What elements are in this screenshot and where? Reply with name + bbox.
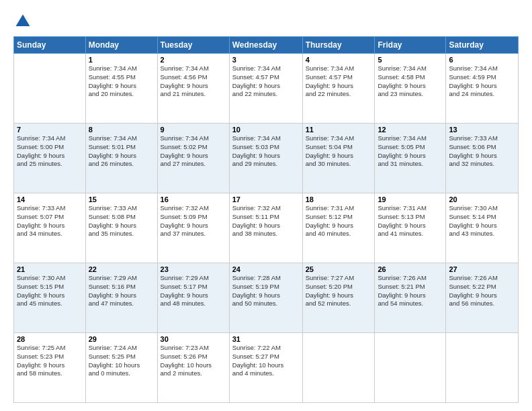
calendar-cell: 22Sunrise: 7:29 AM Sunset: 5:16 PM Dayli… [85,263,157,333]
day-info: Sunrise: 7:23 AM Sunset: 5:26 PM Dayligh… [161,344,226,378]
calendar-week-3: 14Sunrise: 7:33 AM Sunset: 5:07 PM Dayli… [14,193,519,263]
day-number: 24 [232,265,300,273]
calendar-cell [302,333,375,403]
day-info: Sunrise: 7:27 AM Sunset: 5:20 PM Dayligh… [306,274,372,308]
day-number: 17 [232,195,300,203]
day-number: 13 [449,126,515,134]
day-number: 25 [306,265,372,273]
day-number: 22 [89,265,154,273]
header-day-thursday: Thursday [302,37,375,54]
calendar-table: SundayMondayTuesdayWednesdayThursdayFrid… [13,36,519,403]
day-number: 26 [378,265,443,273]
day-info: Sunrise: 7:25 AM Sunset: 5:23 PM Dayligh… [17,344,83,378]
header-day-sunday: Sunday [14,37,86,54]
calendar-cell: 16Sunrise: 7:32 AM Sunset: 5:09 PM Dayli… [157,193,229,263]
calendar-cell [446,333,519,403]
day-number: 20 [449,195,515,203]
day-number: 18 [306,195,372,203]
day-number: 29 [89,335,154,343]
calendar-header: SundayMondayTuesdayWednesdayThursdayFrid… [14,37,519,54]
calendar-week-4: 21Sunrise: 7:30 AM Sunset: 5:15 PM Dayli… [14,263,519,333]
calendar-cell: 15Sunrise: 7:33 AM Sunset: 5:08 PM Dayli… [85,193,157,263]
day-info: Sunrise: 7:34 AM Sunset: 4:58 PM Dayligh… [378,64,443,99]
day-number: 5 [378,56,443,64]
header-day-tuesday: Tuesday [157,37,229,54]
day-info: Sunrise: 7:34 AM Sunset: 5:04 PM Dayligh… [306,134,372,169]
calendar-cell: 23Sunrise: 7:29 AM Sunset: 5:17 PM Dayli… [157,263,229,333]
calendar-cell [14,54,86,124]
calendar-week-1: 1Sunrise: 7:34 AM Sunset: 4:55 PM Daylig… [14,54,519,124]
calendar-cell: 1Sunrise: 7:34 AM Sunset: 4:55 PM Daylig… [85,54,157,124]
day-info: Sunrise: 7:33 AM Sunset: 5:07 PM Dayligh… [17,204,83,238]
calendar-cell [375,333,446,403]
calendar-cell: 10Sunrise: 7:34 AM Sunset: 5:03 PM Dayli… [229,124,302,193]
day-info: Sunrise: 7:24 AM Sunset: 5:25 PM Dayligh… [89,344,154,378]
svg-marker-0 [16,15,30,27]
day-number: 27 [449,265,515,273]
day-number: 31 [232,335,300,343]
calendar-cell: 28Sunrise: 7:25 AM Sunset: 5:23 PM Dayli… [14,333,86,403]
calendar-cell: 8Sunrise: 7:34 AM Sunset: 5:01 PM Daylig… [85,124,157,193]
day-info: Sunrise: 7:26 AM Sunset: 5:22 PM Dayligh… [449,274,515,308]
day-number: 11 [306,126,372,134]
day-number: 4 [306,56,372,64]
header-row: SundayMondayTuesdayWednesdayThursdayFrid… [14,37,519,54]
calendar-cell: 12Sunrise: 7:34 AM Sunset: 5:05 PM Dayli… [375,124,446,193]
logo-icon [13,12,32,31]
calendar-cell: 9Sunrise: 7:34 AM Sunset: 5:02 PM Daylig… [157,124,229,193]
calendar-week-2: 7Sunrise: 7:34 AM Sunset: 5:00 PM Daylig… [14,124,519,193]
day-number: 2 [161,56,226,64]
day-number: 1 [89,56,154,64]
day-info: Sunrise: 7:33 AM Sunset: 5:06 PM Dayligh… [449,134,515,169]
day-info: Sunrise: 7:34 AM Sunset: 5:05 PM Dayligh… [378,134,443,169]
header-day-monday: Monday [85,37,157,54]
calendar-cell: 7Sunrise: 7:34 AM Sunset: 5:00 PM Daylig… [14,124,86,193]
calendar-cell: 29Sunrise: 7:24 AM Sunset: 5:25 PM Dayli… [85,333,157,403]
day-info: Sunrise: 7:30 AM Sunset: 5:15 PM Dayligh… [17,274,83,308]
day-number: 28 [17,335,83,343]
calendar-cell: 21Sunrise: 7:30 AM Sunset: 5:15 PM Dayli… [14,263,86,333]
day-info: Sunrise: 7:22 AM Sunset: 5:27 PM Dayligh… [232,344,300,378]
day-number: 19 [378,195,443,203]
day-number: 23 [161,265,226,273]
day-number: 6 [449,56,515,64]
day-info: Sunrise: 7:34 AM Sunset: 4:57 PM Dayligh… [306,64,372,99]
day-info: Sunrise: 7:30 AM Sunset: 5:14 PM Dayligh… [449,204,515,238]
calendar-cell: 30Sunrise: 7:23 AM Sunset: 5:26 PM Dayli… [157,333,229,403]
day-number: 3 [232,56,300,64]
calendar-cell: 11Sunrise: 7:34 AM Sunset: 5:04 PM Dayli… [302,124,375,193]
day-number: 21 [17,265,83,273]
day-info: Sunrise: 7:29 AM Sunset: 5:17 PM Dayligh… [161,274,226,308]
calendar-cell: 20Sunrise: 7:30 AM Sunset: 5:14 PM Dayli… [446,193,519,263]
day-info: Sunrise: 7:31 AM Sunset: 5:12 PM Dayligh… [306,204,372,238]
calendar-cell: 13Sunrise: 7:33 AM Sunset: 5:06 PM Dayli… [446,124,519,193]
calendar-cell: 25Sunrise: 7:27 AM Sunset: 5:20 PM Dayli… [302,263,375,333]
day-info: Sunrise: 7:29 AM Sunset: 5:16 PM Dayligh… [89,274,154,308]
day-number: 10 [232,126,300,134]
day-number: 12 [378,126,443,134]
day-info: Sunrise: 7:34 AM Sunset: 5:01 PM Dayligh… [89,134,154,169]
day-info: Sunrise: 7:34 AM Sunset: 4:55 PM Dayligh… [89,64,154,99]
day-number: 9 [161,126,226,134]
calendar-cell: 3Sunrise: 7:34 AM Sunset: 4:57 PM Daylig… [229,54,302,124]
calendar-cell: 26Sunrise: 7:26 AM Sunset: 5:21 PM Dayli… [375,263,446,333]
page: SundayMondayTuesdayWednesdayThursdayFrid… [0,0,532,411]
day-info: Sunrise: 7:32 AM Sunset: 5:11 PM Dayligh… [232,204,300,238]
day-info: Sunrise: 7:34 AM Sunset: 5:00 PM Dayligh… [17,134,83,169]
day-number: 30 [161,335,226,343]
day-number: 15 [89,195,154,203]
day-number: 16 [161,195,226,203]
calendar-body: 1Sunrise: 7:34 AM Sunset: 4:55 PM Daylig… [14,54,519,403]
calendar-cell: 14Sunrise: 7:33 AM Sunset: 5:07 PM Dayli… [14,193,86,263]
day-info: Sunrise: 7:34 AM Sunset: 5:02 PM Dayligh… [161,134,226,169]
day-info: Sunrise: 7:33 AM Sunset: 5:08 PM Dayligh… [89,204,154,238]
header [13,12,519,31]
calendar-cell: 31Sunrise: 7:22 AM Sunset: 5:27 PM Dayli… [229,333,302,403]
calendar-cell: 5Sunrise: 7:34 AM Sunset: 4:58 PM Daylig… [375,54,446,124]
calendar-cell: 2Sunrise: 7:34 AM Sunset: 4:56 PM Daylig… [157,54,229,124]
day-info: Sunrise: 7:26 AM Sunset: 5:21 PM Dayligh… [378,274,443,308]
calendar-week-5: 28Sunrise: 7:25 AM Sunset: 5:23 PM Dayli… [14,333,519,403]
day-info: Sunrise: 7:34 AM Sunset: 4:59 PM Dayligh… [449,64,515,99]
header-day-wednesday: Wednesday [229,37,302,54]
logo [13,12,35,31]
